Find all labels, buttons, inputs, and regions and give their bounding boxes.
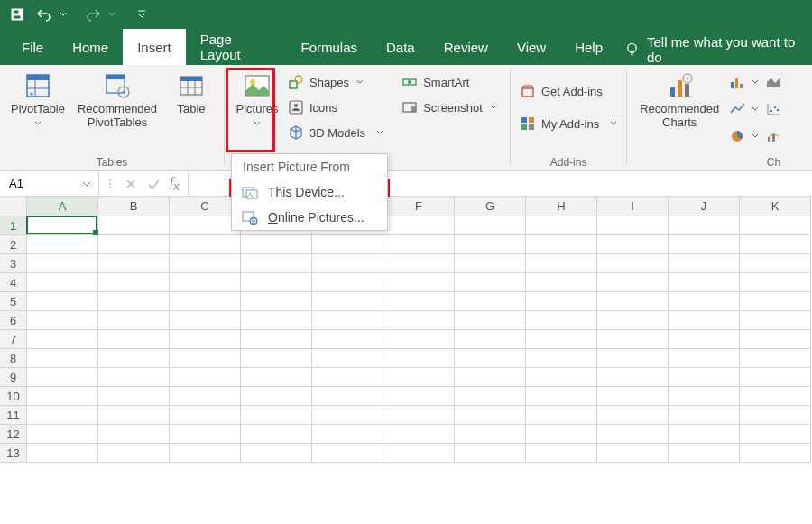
cell[interactable]	[740, 235, 811, 254]
cell[interactable]	[27, 311, 98, 330]
cell[interactable]	[526, 254, 597, 273]
cell[interactable]	[241, 235, 312, 254]
cell[interactable]	[383, 330, 455, 349]
cell[interactable]	[312, 235, 383, 254]
cell[interactable]	[27, 254, 98, 273]
cell[interactable]	[740, 425, 811, 444]
cell[interactable]	[669, 254, 740, 273]
undo-more-icon[interactable]	[60, 11, 67, 18]
cell[interactable]	[455, 425, 526, 444]
cell[interactable]	[740, 406, 811, 425]
cell[interactable]	[312, 444, 383, 463]
cell[interactable]	[241, 254, 312, 273]
cell[interactable]	[383, 216, 455, 235]
tab-home[interactable]: Home	[58, 29, 123, 65]
cell[interactable]	[170, 235, 241, 254]
cell[interactable]	[241, 311, 312, 330]
row-header[interactable]: 11	[0, 406, 27, 425]
column-header[interactable]: F	[383, 197, 455, 216]
recommended-charts-button[interactable]: Recommended Charts	[636, 69, 723, 132]
cell[interactable]	[241, 368, 312, 387]
row-header[interactable]: 9	[0, 368, 27, 387]
cell[interactable]	[597, 425, 669, 444]
cell[interactable]	[383, 425, 455, 444]
cell[interactable]	[526, 425, 597, 444]
cell[interactable]	[312, 292, 383, 311]
cell[interactable]	[597, 387, 669, 406]
row-header[interactable]: 8	[0, 349, 27, 368]
cell[interactable]	[669, 292, 740, 311]
cell[interactable]	[597, 406, 669, 425]
cell[interactable]	[170, 368, 241, 387]
recommended-pivottables-button[interactable]: Recommended PivotTables	[74, 69, 161, 132]
cell[interactable]	[312, 330, 383, 349]
redo-button[interactable]	[81, 3, 105, 26]
cell[interactable]	[98, 406, 170, 425]
row-header[interactable]: 4	[0, 273, 27, 292]
cell[interactable]	[597, 254, 669, 273]
chevron-down-icon[interactable]	[82, 180, 91, 188]
cell[interactable]	[526, 349, 597, 368]
cell[interactable]	[312, 387, 383, 406]
table-button[interactable]: Table	[168, 69, 215, 118]
row-header[interactable]: 6	[0, 311, 27, 330]
cell[interactable]	[27, 368, 98, 387]
row-header[interactable]: 2	[0, 235, 27, 254]
cell[interactable]	[170, 406, 241, 425]
cell[interactable]	[740, 254, 811, 273]
cell[interactable]	[312, 311, 383, 330]
cell[interactable]	[597, 292, 669, 311]
cell[interactable]	[98, 216, 170, 235]
cell[interactable]	[383, 444, 455, 463]
pivottable-button[interactable]: PivotTable	[9, 69, 67, 132]
cell[interactable]	[455, 406, 526, 425]
cell[interactable]	[597, 311, 669, 330]
cell[interactable]	[383, 387, 455, 406]
cell[interactable]	[669, 387, 740, 406]
save-button[interactable]	[5, 3, 29, 26]
cell[interactable]	[740, 216, 811, 235]
customize-qa-button[interactable]	[130, 3, 153, 26]
cell[interactable]	[98, 330, 170, 349]
row-header[interactable]: 5	[0, 292, 27, 311]
cell[interactable]	[312, 273, 383, 292]
cell[interactable]	[27, 216, 98, 235]
tab-insert[interactable]: Insert	[123, 29, 186, 65]
column-header[interactable]: A	[27, 197, 98, 216]
cell[interactable]	[455, 273, 526, 292]
my-addins-button[interactable]: My Add-ins	[520, 114, 617, 133]
cells-area[interactable]	[27, 216, 812, 524]
cell[interactable]	[455, 254, 526, 273]
cell[interactable]	[383, 254, 455, 273]
icons-button[interactable]: Icons	[288, 97, 383, 117]
cell[interactable]	[455, 330, 526, 349]
cell[interactable]	[98, 273, 170, 292]
pictures-button[interactable]: Pictures	[234, 69, 281, 132]
screenshot-button[interactable]: Screenshot	[401, 97, 497, 117]
column-header[interactable]: I	[597, 197, 669, 216]
cell[interactable]	[383, 368, 455, 387]
tell-me-search[interactable]: Tell me what you want to do	[624, 34, 805, 65]
name-box-input[interactable]	[7, 176, 61, 191]
cell[interactable]	[526, 216, 597, 235]
cell[interactable]	[241, 425, 312, 444]
row-header[interactable]: 1	[0, 216, 27, 235]
chart-type-5-button[interactable]	[766, 99, 782, 119]
cell[interactable]	[597, 216, 669, 235]
cell[interactable]	[241, 349, 312, 368]
cell[interactable]	[455, 349, 526, 368]
cell[interactable]	[170, 254, 241, 273]
cell[interactable]	[312, 406, 383, 425]
online-pictures-item[interactable]: Online Pictures...	[232, 205, 387, 230]
column-header[interactable]: G	[455, 197, 526, 216]
worksheet-grid[interactable]: ABCDEFGHIJK 12345678910111213	[0, 197, 812, 524]
smartart-button[interactable]: SmartArt	[401, 72, 497, 92]
cell[interactable]	[669, 406, 740, 425]
cell[interactable]	[170, 444, 241, 463]
cell[interactable]	[455, 387, 526, 406]
cell[interactable]	[740, 387, 811, 406]
chart-type-6-button[interactable]	[766, 126, 782, 146]
get-addins-button[interactable]: Get Add-ins	[520, 81, 617, 101]
cell[interactable]	[27, 444, 98, 463]
cell[interactable]	[170, 292, 241, 311]
